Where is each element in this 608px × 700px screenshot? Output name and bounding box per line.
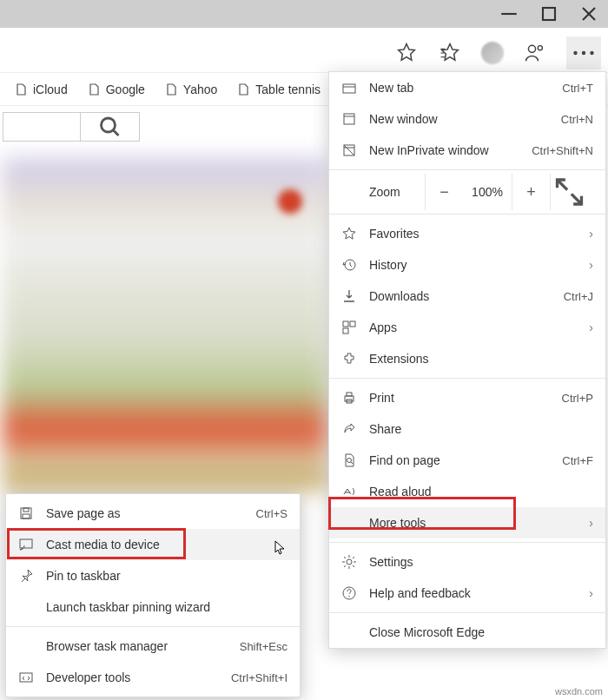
zoom-out-button[interactable]: − <box>425 174 463 210</box>
chevron-right-icon: › <box>589 320 593 334</box>
address-toolbar <box>0 33 608 73</box>
bookmark-yahoo[interactable]: Yahoo <box>164 83 217 96</box>
menu-label: Help and feedback <box>369 586 577 600</box>
submenu-developer-tools[interactable]: Developer tools Ctrl+Shift+I <box>6 662 300 693</box>
new-window-icon <box>341 111 357 127</box>
zoom-in-button[interactable]: + <box>512 174 550 210</box>
settings-menu: New tab Ctrl+T New window Ctrl+N New InP… <box>328 71 606 649</box>
menu-label: New window <box>369 112 549 126</box>
menu-label: History <box>369 258 577 272</box>
menu-label: New tab <box>369 81 550 95</box>
menu-shortcut: Ctrl+Shift+N <box>532 144 593 157</box>
menu-close-edge[interactable]: Close Microsoft Edge <box>329 617 605 648</box>
menu-label: New InPrivate window <box>369 143 519 157</box>
favorite-star-icon[interactable] <box>394 41 419 65</box>
favorites-list-icon[interactable] <box>438 41 462 65</box>
menu-label: Apps <box>369 320 577 334</box>
bookmark-table-tennis[interactable]: Table tennis <box>236 83 321 96</box>
menu-history[interactable]: History › <box>329 249 605 281</box>
menu-help[interactable]: Help and feedback › <box>329 578 605 609</box>
submenu-save-page[interactable]: Save page as Ctrl+S <box>6 498 300 529</box>
svg-line-13 <box>114 130 119 135</box>
close-window-button[interactable] <box>577 2 601 26</box>
search-button[interactable] <box>81 112 140 142</box>
svg-point-32 <box>347 559 352 565</box>
bookmark-label: Table tennis <box>255 83 321 96</box>
bookmark-icloud[interactable]: iCloud <box>14 83 68 96</box>
chevron-right-icon: › <box>589 586 593 600</box>
settings-and-more-button[interactable] <box>566 36 601 69</box>
menu-shortcut: Ctrl+F <box>562 454 593 467</box>
menu-label: Cast media to device <box>46 538 287 551</box>
zoom-label: Zoom <box>369 185 425 199</box>
guest-icon[interactable] <box>523 41 547 65</box>
menu-label: Find on page <box>369 453 550 467</box>
search-input[interactable] <box>3 112 81 142</box>
submenu-launch-wizard[interactable]: Launch taskbar pinning wizard <box>6 591 300 623</box>
menu-separator <box>329 214 605 215</box>
svg-rect-1 <box>543 8 555 20</box>
svg-point-11 <box>590 50 593 54</box>
menu-read-aloud[interactable]: Read aloud <box>329 476 605 507</box>
apps-icon <box>341 320 357 335</box>
menu-shortcut: Ctrl+J <box>564 290 593 303</box>
read-aloud-icon <box>341 484 357 499</box>
history-icon <box>341 257 357 273</box>
maximize-button[interactable] <box>537 2 561 26</box>
svg-rect-24 <box>343 321 348 327</box>
page-content-blurred <box>278 189 302 214</box>
svg-rect-28 <box>347 393 352 396</box>
svg-rect-39 <box>20 673 32 682</box>
svg-line-21 <box>558 180 568 190</box>
menu-share[interactable]: Share <box>329 413 605 445</box>
menu-shortcut: Ctrl+N <box>561 113 593 126</box>
menu-label: Save page as <box>46 506 244 520</box>
svg-point-34 <box>348 596 349 597</box>
svg-rect-25 <box>350 321 355 327</box>
menu-new-inprivate[interactable]: New InPrivate window Ctrl+Shift+N <box>329 135 605 166</box>
bookmark-google[interactable]: Google <box>87 83 145 96</box>
bookmark-label: Yahoo <box>183 83 217 96</box>
menu-label: Developer tools <box>46 670 219 684</box>
cast-icon <box>18 537 34 552</box>
submenu-pin-taskbar[interactable]: Pin to taskbar <box>6 560 300 591</box>
titlebar <box>0 0 608 28</box>
menu-settings[interactable]: Settings <box>329 546 605 578</box>
svg-point-12 <box>102 118 116 132</box>
menu-apps[interactable]: Apps › <box>329 312 605 343</box>
inprivate-icon <box>341 142 357 158</box>
blank-icon <box>341 624 357 640</box>
menu-new-window[interactable]: New window Ctrl+N <box>329 103 605 135</box>
gear-icon <box>341 554 357 570</box>
menu-find-on-page[interactable]: Find on page Ctrl+F <box>329 445 605 476</box>
menu-print[interactable]: Print Ctrl+P <box>329 382 605 413</box>
print-icon <box>341 390 357 406</box>
menu-separator <box>6 626 300 627</box>
svg-rect-38 <box>20 539 32 548</box>
menu-shortcut: Ctrl+S <box>256 507 287 520</box>
menu-label: More tools <box>369 516 577 530</box>
share-icon <box>341 421 357 437</box>
zoom-value: 100% <box>463 185 512 199</box>
menu-favorites[interactable]: Favorites › <box>329 218 605 249</box>
svg-line-31 <box>351 462 353 464</box>
menu-more-tools[interactable]: More tools › <box>329 507 605 538</box>
menu-downloads[interactable]: Downloads Ctrl+J <box>329 281 605 312</box>
bookmark-label: iCloud <box>33 83 68 96</box>
bookmark-label: Google <box>106 83 145 96</box>
svg-rect-36 <box>23 508 29 512</box>
submenu-task-manager[interactable]: Browser task manager Shift+Esc <box>6 631 300 662</box>
svg-point-7 <box>528 45 535 52</box>
fullscreen-button[interactable] <box>550 174 588 210</box>
menu-label: Extensions <box>369 352 593 366</box>
page-icon <box>164 83 178 96</box>
submenu-cast-media[interactable]: Cast media to device <box>6 529 300 560</box>
chevron-right-icon: › <box>589 258 593 272</box>
menu-label: Downloads <box>369 289 552 303</box>
menu-extensions[interactable]: Extensions <box>329 343 605 374</box>
profile-avatar[interactable] <box>481 42 504 64</box>
menu-label: Settings <box>369 555 593 569</box>
minimize-button[interactable] <box>497 2 521 26</box>
watermark: wsxdn.com <box>555 686 603 697</box>
menu-new-tab[interactable]: New tab Ctrl+T <box>329 72 605 103</box>
